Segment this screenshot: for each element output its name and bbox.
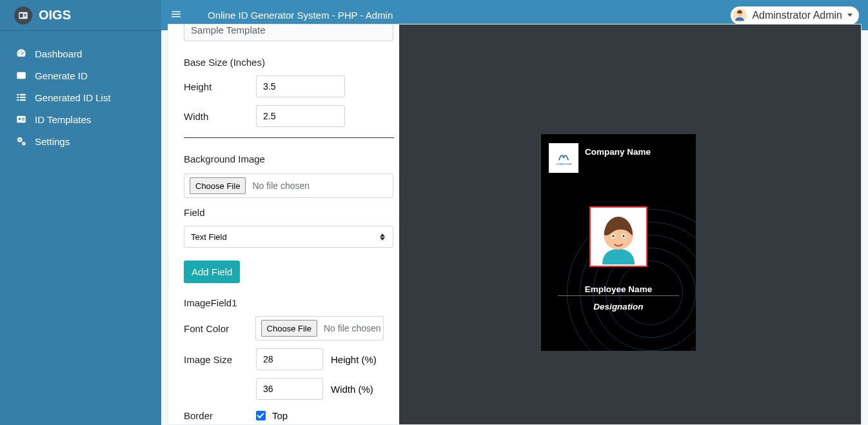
svg-rect-19 (172, 11, 181, 12)
id-card-preview: LOREM IPSUM Company Name Employee Name D… (541, 134, 696, 351)
svg-text:LOREM IPSUM: LOREM IPSUM (556, 163, 572, 166)
company-name: Company Name (585, 147, 651, 157)
employee-photo (589, 206, 647, 267)
sidebar-nav: Dashboard Generate ID Generated ID List … (0, 31, 161, 152)
border-top-label: Top (272, 410, 288, 421)
font-color-label: Font Color (184, 323, 255, 334)
add-field-button[interactable]: Add Field (184, 261, 240, 283)
company-logo-icon: LOREM IPSUM (549, 143, 578, 173)
svg-point-18 (23, 143, 25, 144)
sidebar-item-settings[interactable]: Settings (0, 130, 161, 152)
template-name-input[interactable] (184, 25, 393, 41)
list-icon (15, 92, 27, 103)
sidebar-item-label: Generated ID List (35, 92, 111, 103)
svg-point-29 (612, 235, 614, 237)
sidebar-item-generate-id[interactable]: Generate ID (0, 64, 161, 86)
sidebar-item-generated-list[interactable]: Generated ID List (0, 86, 161, 108)
bg-image-file[interactable]: Choose File No file chosen (184, 173, 393, 198)
field-select-value: Text Field (191, 232, 227, 242)
tachometer-icon (15, 48, 27, 59)
cogs-icon (15, 135, 27, 147)
employee-name: Employee Name (541, 284, 696, 294)
svg-rect-5 (17, 94, 19, 95)
form-pane: Base Size (Inches) Height Width Backgrou… (168, 25, 399, 424)
font-color-file[interactable]: Choose File No file chosen (255, 316, 384, 341)
bg-image-title: Background Image (184, 153, 384, 164)
height-input[interactable] (256, 75, 345, 97)
svg-rect-13 (22, 118, 25, 119)
svg-rect-21 (172, 16, 181, 17)
svg-point-12 (19, 118, 21, 120)
svg-rect-9 (17, 99, 19, 101)
sidebar-item-label: Dashboard (35, 48, 82, 59)
image-width-unit: Width (%) (331, 384, 373, 395)
svg-rect-4 (17, 72, 26, 79)
avatar-icon (733, 8, 747, 23)
brand: OIGS (0, 0, 161, 30)
image-width-input[interactable] (256, 378, 323, 400)
border-top-checkbox[interactable] (256, 411, 266, 420)
svg-rect-6 (20, 94, 26, 95)
svg-rect-14 (22, 119, 25, 120)
id-card-icon (15, 70, 27, 81)
svg-point-30 (622, 235, 624, 237)
svg-rect-11 (17, 116, 26, 123)
menu-toggle-icon[interactable] (170, 8, 182, 23)
field-label: Field (184, 207, 384, 218)
brand-logo-icon (14, 6, 32, 25)
sidebar: OIGS Dashboard Generate ID Generated ID … (0, 0, 161, 425)
caret-down-icon (847, 14, 853, 17)
preview-pane: LOREM IPSUM Company Name Employee Name D… (399, 25, 861, 424)
main: Base Size (Inches) Height Width Backgrou… (161, 30, 868, 425)
file-status-text: No file chosen (324, 323, 381, 333)
base-size-title: Base Size (Inches) (184, 57, 384, 68)
brand-name: OIGS (39, 8, 71, 23)
svg-rect-2 (24, 14, 27, 14)
sidebar-item-dashboard[interactable]: Dashboard (0, 43, 161, 64)
svg-point-16 (19, 139, 21, 141)
user-menu[interactable]: Adminstrator Admin (731, 6, 859, 25)
editor-card: Base Size (Inches) Height Width Backgrou… (168, 24, 862, 425)
file-status-text: No file chosen (252, 181, 310, 191)
svg-rect-3 (24, 15, 27, 16)
imagefield1-title: ImageField1 (184, 297, 384, 308)
choose-file-button[interactable]: Choose File (190, 177, 246, 194)
sidebar-item-label: Settings (35, 136, 70, 147)
height-label: Height (184, 81, 256, 92)
width-label: Width (184, 111, 256, 122)
width-input[interactable] (256, 105, 345, 127)
svg-rect-8 (20, 97, 26, 98)
image-height-unit: Height (%) (331, 354, 377, 365)
page-title: Online ID Generator System - PHP - Admin (208, 10, 393, 21)
svg-rect-20 (172, 14, 181, 15)
select-arrows-icon (380, 233, 385, 241)
choose-file-button[interactable]: Choose File (261, 320, 317, 337)
sidebar-item-label: ID Templates (35, 114, 91, 125)
user-name: Adminstrator Admin (752, 10, 842, 21)
border-label: Border (184, 410, 256, 421)
field-type-select[interactable]: Text Field (184, 226, 393, 248)
image-height-input[interactable] (256, 348, 323, 370)
image-size-label: Image Size (184, 354, 256, 365)
name-underline (558, 295, 679, 296)
id-badge-icon (15, 114, 27, 125)
svg-rect-10 (20, 99, 26, 101)
divider (184, 137, 394, 138)
sidebar-item-id-templates[interactable]: ID Templates (0, 108, 161, 130)
svg-rect-7 (17, 97, 19, 98)
sidebar-item-label: Generate ID (35, 70, 88, 81)
designation: Designation (541, 302, 696, 311)
svg-rect-1 (20, 14, 23, 17)
